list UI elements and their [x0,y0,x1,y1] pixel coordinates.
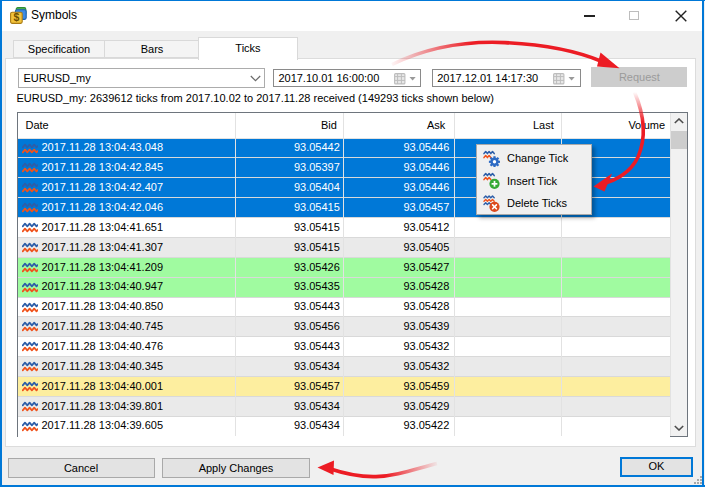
svg-text:$: $ [13,11,19,23]
